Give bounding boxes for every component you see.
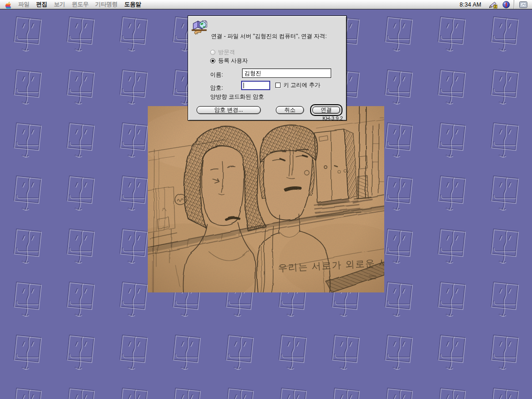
default-button-ring: 연결	[310, 104, 342, 116]
radio-registered-user-label: 등록 사용자	[218, 57, 248, 65]
version-label: KH-3.9.2	[323, 115, 343, 121]
application-menu-icon[interactable]	[516, 0, 530, 9]
file-server-icon	[191, 20, 208, 36]
password-encryption-note: 양방향 코드화된 암호	[210, 93, 264, 101]
radio-unselected-icon	[210, 50, 215, 55]
menu-bar-separator	[514, 0, 515, 9]
cancel-button[interactable]: 취소	[276, 106, 304, 114]
radio-guest-label: 방문객	[218, 48, 235, 56]
connect-dialog: 연결 - 파일 서버 "김형진의 컴퓨터", 연결 자격: 방문객 등록 사용자…	[188, 15, 347, 121]
radio-selected-icon	[210, 58, 215, 63]
menu-item-window[interactable]: 윈도우	[68, 0, 92, 9]
input-method-pencil-icon[interactable]	[488, 0, 498, 9]
change-password-button[interactable]: 암호 변경...	[197, 106, 261, 114]
name-input[interactable]	[242, 69, 331, 78]
password-field-focus-ring	[241, 81, 270, 90]
radio-guest[interactable]: 방문객	[210, 49, 235, 55]
apple-menu[interactable]	[0, 0, 15, 9]
connect-button[interactable]: 연결	[312, 107, 340, 114]
menu-item-help[interactable]: 도움말	[121, 0, 144, 9]
text-caret	[243, 83, 244, 88]
menu-item-view[interactable]: 보기	[51, 0, 68, 9]
menu-item-other-commands[interactable]: 기타명령	[92, 0, 121, 9]
menu-item-file[interactable]: 파일	[15, 0, 33, 9]
blue-sphere-status-icon[interactable]	[502, 0, 510, 9]
dialog-title: 연결 - 파일 서버 "김형진의 컴퓨터", 연결 자격:	[211, 33, 343, 40]
keychain-checkbox-label: 키 고리에 추가	[283, 81, 320, 89]
keychain-checkbox-row[interactable]: 키 고리에 추가	[275, 82, 320, 88]
menu-bar-right: 8:34 AM	[460, 0, 532, 9]
menu-bar-clock[interactable]: 8:34 AM	[460, 1, 486, 8]
menu-item-edit[interactable]: 편집	[33, 0, 51, 9]
menu-bar: 파일 편집 보기 윈도우 기타명령 도움말 8:34 AM	[0, 0, 532, 9]
apple-logo-icon	[4, 0, 11, 8]
password-label: 암호:	[210, 84, 223, 92]
checkbox-unchecked-icon[interactable]	[275, 83, 281, 88]
password-input[interactable]	[242, 82, 269, 89]
desktop-picture: 우리는 서로가 외로운 사람들	[148, 106, 384, 292]
radio-registered-user[interactable]: 등록 사용자	[210, 57, 248, 64]
name-label: 이름:	[210, 71, 223, 79]
